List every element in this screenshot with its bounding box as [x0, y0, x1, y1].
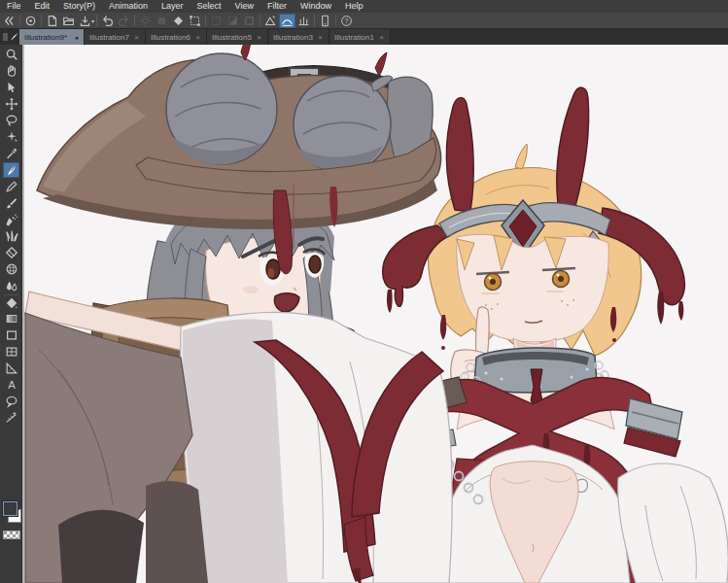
tool-eraser-icon[interactable]	[3, 245, 19, 260]
app-window: { "menu_bar": { "items": ["File","Edit",…	[0, 0, 728, 583]
palette-dock-icon[interactable]	[0, 29, 10, 45]
document-tab-illustration6[interactable]: Illustration6×	[146, 29, 207, 45]
tool-correct-line-icon[interactable]	[3, 410, 19, 426]
transform-icon[interactable]	[187, 14, 203, 28]
tab-label: Illustration1	[334, 33, 374, 42]
svg-text:A: A	[8, 379, 16, 391]
toolbar-separator	[96, 15, 97, 26]
rotate-canvas-icon[interactable]	[137, 14, 154, 28]
menu-help[interactable]: Help	[338, 0, 370, 13]
tool-fill-icon[interactable]	[3, 294, 19, 311]
document-tab-illustration7[interactable]: Illustration7×	[85, 29, 146, 45]
tool-auto-select-icon[interactable]	[3, 129, 19, 145]
snap-ruler-icon[interactable]	[262, 14, 279, 28]
document-tab-illustration9[interactable]: Illustration9*●	[19, 29, 85, 45]
fill-diamond-icon[interactable]	[170, 14, 187, 28]
export-dropdown-caret[interactable]: ▾	[91, 17, 94, 24]
tab-close-icon[interactable]: ×	[317, 33, 324, 42]
menu-window[interactable]: Window	[294, 0, 338, 13]
pen-cursor-icon	[10, 29, 19, 45]
tab-close-icon[interactable]: ×	[133, 33, 140, 42]
menu-edit[interactable]: Edit	[28, 0, 57, 13]
redo-icon[interactable]	[116, 14, 132, 28]
document-tab-bar: Illustration9*●Illustration7×Illustratio…	[0, 29, 728, 45]
tab-modified-dot: ●	[75, 34, 79, 41]
help-icon[interactable]: ?	[338, 14, 355, 28]
tool-figure-icon[interactable]	[3, 327, 19, 343]
toolbar-separator	[134, 15, 135, 26]
menu-storyp[interactable]: Story(P)	[56, 0, 102, 13]
tool-decoration-icon[interactable]	[3, 228, 19, 244]
tool-ruler-icon[interactable]	[3, 360, 19, 376]
toolbar: ▾?	[0, 13, 728, 29]
tool-zoom-icon[interactable]	[3, 47, 19, 62]
tab-label: Illustration5	[212, 33, 252, 42]
tool-move-layer-icon[interactable]	[3, 96, 19, 112]
canvas-area	[22, 45, 728, 583]
toolbar-separator	[205, 15, 206, 26]
menu-filter[interactable]: Filter	[260, 0, 294, 13]
tool-lasso-icon[interactable]	[3, 113, 19, 128]
tool-operation-icon[interactable]	[3, 80, 19, 95]
color-swatches	[0, 499, 22, 529]
canvas-artwork[interactable]	[24, 45, 728, 583]
tool-gradient-icon[interactable]	[3, 311, 19, 326]
deselect-icon[interactable]	[154, 14, 170, 28]
marquee-rect-icon[interactable]	[241, 14, 258, 28]
menu-view[interactable]: View	[228, 0, 260, 13]
undo-icon[interactable]	[99, 14, 116, 28]
tool-blend-icon[interactable]	[3, 261, 19, 277]
marquee-add-icon[interactable]	[225, 14, 241, 28]
marquee-new-icon[interactable]	[208, 14, 225, 28]
tool-pencil-icon[interactable]	[3, 179, 19, 194]
menu-select[interactable]: Select	[191, 0, 228, 13]
tool-hand-icon[interactable]	[3, 63, 19, 79]
tab-label: Illustration3	[273, 33, 313, 42]
tab-label: Illustration7	[89, 33, 129, 42]
menu-animation[interactable]: Animation	[102, 0, 155, 13]
tool-palette: A	[0, 45, 22, 583]
tool-balloon-icon[interactable]	[3, 394, 19, 409]
snap-special-icon[interactable]	[279, 14, 295, 28]
tab-close-icon[interactable]: ×	[194, 33, 201, 42]
tool-frame-border-icon[interactable]	[3, 344, 19, 360]
document-tab-illustration5[interactable]: Illustration5×	[207, 29, 268, 45]
toolbar-separator	[19, 15, 20, 26]
tab-close-icon[interactable]: ×	[256, 33, 262, 42]
toolbar-separator	[260, 15, 260, 26]
toolbar-separator	[314, 15, 315, 26]
tool-eyedropper-icon[interactable]	[3, 146, 19, 161]
open-file-icon[interactable]	[60, 14, 77, 28]
new-file-icon[interactable]	[44, 14, 60, 28]
document-tab-illustration3[interactable]: Illustration3×	[268, 29, 329, 45]
tool-airbrush-icon[interactable]	[3, 212, 19, 227]
tablet-mode-icon[interactable]	[317, 14, 333, 28]
toolbar-separator	[41, 15, 42, 26]
document-tab-illustration1[interactable]: Illustration1×	[329, 29, 391, 45]
tool-text-icon[interactable]: A	[3, 377, 19, 393]
svg-text:?: ?	[345, 17, 349, 23]
tab-label: Illustration6	[151, 33, 191, 42]
menu-bar: FileEditStory(P)AnimationLayerSelectView…	[0, 0, 728, 13]
toolbar-separator	[335, 15, 336, 26]
main-color-swatch[interactable]	[3, 501, 17, 516]
tab-label: Illustration9*	[24, 33, 67, 42]
snap-grid-icon[interactable]	[295, 14, 312, 28]
menu-file[interactable]: File	[0, 0, 28, 13]
csp-logo-icon[interactable]	[22, 14, 39, 28]
transparent-color-swatch[interactable]	[3, 531, 20, 539]
collapse-panel-icon[interactable]	[1, 14, 17, 28]
tool-pen-icon[interactable]	[3, 162, 19, 178]
tool-liquify-icon[interactable]	[3, 278, 19, 293]
tool-brush-icon[interactable]	[3, 195, 19, 211]
menu-layer[interactable]: Layer	[155, 0, 191, 13]
tab-close-icon[interactable]: ×	[378, 33, 385, 42]
